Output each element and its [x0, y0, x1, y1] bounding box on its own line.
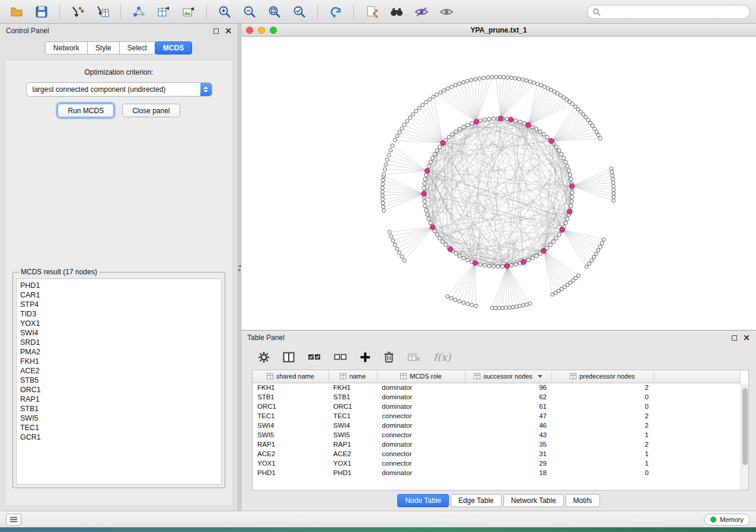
find-button[interactable] — [386, 2, 407, 21]
zoom-out-button[interactable] — [239, 2, 260, 21]
graph-edge[interactable] — [562, 230, 589, 264]
table-cell[interactable]: SWI4 — [328, 421, 377, 430]
graph-node[interactable] — [612, 199, 615, 203]
mcds-result-item[interactable]: ORC1 — [20, 385, 221, 395]
graph-node[interactable] — [514, 262, 518, 266]
graph-node[interactable] — [381, 194, 384, 197]
criterion-dropdown[interactable]: largest connected component (undirected) — [26, 82, 212, 97]
graph-node[interactable] — [506, 76, 509, 79]
table-row[interactable]: ACE2ACE2connector311 — [253, 449, 741, 459]
graph-node[interactable] — [514, 119, 518, 123]
graph-node[interactable] — [497, 306, 501, 310]
export-table-button[interactable] — [153, 2, 174, 21]
graph-node[interactable] — [454, 252, 458, 255]
graph-edge[interactable] — [426, 102, 443, 143]
zoom-fit-button[interactable] — [264, 2, 285, 21]
graph-node[interactable] — [385, 158, 389, 162]
table-settings-button[interactable] — [258, 351, 270, 363]
tab-mcds[interactable]: MCDS — [155, 41, 192, 55]
graph-node[interactable] — [532, 81, 535, 85]
graph-node[interactable] — [564, 161, 567, 164]
graph-node[interactable] — [588, 262, 591, 265]
graph-node[interactable] — [487, 117, 491, 121]
graph-node[interactable] — [383, 168, 387, 171]
graph-node[interactable] — [482, 76, 486, 80]
graph-node[interactable] — [518, 305, 522, 308]
table-row[interactable]: PHD1PHD1dominator180 — [253, 468, 741, 477]
table-cell[interactable]: ORC1 — [328, 402, 377, 411]
mcds-result-item[interactable]: PMA2 — [20, 347, 221, 357]
graph-edge[interactable] — [562, 230, 594, 258]
table-cell[interactable]: 0 — [551, 392, 653, 402]
graph-node[interactable] — [411, 113, 414, 116]
graph-edge[interactable] — [455, 263, 476, 300]
graph-node[interactable] — [594, 252, 598, 255]
graph-node[interactable] — [535, 127, 538, 131]
graph-node[interactable] — [423, 177, 427, 181]
graph-edge[interactable] — [432, 227, 498, 267]
table-cell[interactable]: 2 — [551, 440, 653, 449]
table-cell[interactable]: 1 — [551, 459, 653, 468]
mcds-result-item[interactable]: YOX1 — [20, 319, 221, 328]
graph-node[interactable] — [525, 303, 528, 306]
graph-node[interactable] — [400, 255, 404, 258]
graph-edge[interactable] — [464, 127, 475, 263]
table-cell[interactable]: SWI5 — [253, 430, 328, 440]
graph-node[interactable] — [381, 190, 384, 193]
mcds-result-item[interactable]: GCR1 — [20, 432, 221, 442]
table-cell[interactable]: 2 — [551, 411, 653, 421]
graph-hub-node[interactable] — [521, 259, 526, 264]
graph-node[interactable] — [483, 264, 486, 267]
table-cell[interactable]: FKH1 — [328, 383, 377, 392]
mcds-result-item[interactable]: STP4 — [20, 300, 221, 309]
mcds-result-item[interactable]: PHD1 — [20, 281, 221, 290]
graph-node[interactable] — [486, 76, 490, 79]
graph-node[interactable] — [518, 120, 522, 124]
graph-node[interactable] — [388, 230, 391, 234]
graph-node[interactable] — [450, 85, 454, 88]
graph-edge[interactable] — [393, 146, 428, 171]
graph-node[interactable] — [421, 103, 425, 107]
graph-node[interactable] — [570, 200, 573, 203]
mcds-result-item[interactable]: STB1 — [20, 404, 221, 414]
table-cell[interactable]: RAP1 — [253, 440, 328, 449]
graph-hub-node[interactable] — [509, 117, 513, 122]
graph-node[interactable] — [554, 236, 558, 240]
graph-node[interactable] — [570, 195, 574, 198]
graph-node[interactable] — [492, 117, 495, 120]
graph-node[interactable] — [474, 304, 478, 307]
graph-node[interactable] — [458, 127, 461, 131]
graph-edge[interactable] — [423, 105, 443, 143]
graph-node[interactable] — [381, 201, 385, 205]
table-cell[interactable]: 43 — [465, 430, 551, 440]
tab-network-table[interactable]: Network Table — [503, 494, 564, 507]
graph-edge[interactable] — [382, 191, 424, 194]
graph-node[interactable] — [585, 265, 588, 268]
import-table-button[interactable] — [92, 2, 113, 21]
graph-node[interactable] — [451, 133, 454, 136]
table-cell[interactable]: PHD1 — [328, 468, 377, 477]
tab-style[interactable]: Style — [87, 41, 120, 55]
mcds-result-item[interactable]: RAP1 — [20, 395, 221, 404]
table-cell[interactable]: STB1 — [328, 392, 377, 402]
graph-node[interactable] — [425, 209, 428, 212]
graph-edge[interactable] — [507, 266, 530, 303]
graph-node[interactable] — [423, 204, 427, 207]
graph-node[interactable] — [538, 130, 542, 133]
graph-node[interactable] — [427, 165, 430, 168]
table-cell[interactable]: dominator — [377, 383, 465, 392]
graph-node[interactable] — [423, 200, 426, 203]
graph-node[interactable] — [564, 221, 567, 225]
graph-node[interactable] — [492, 265, 495, 268]
graph-edge[interactable] — [391, 150, 428, 171]
graph-node[interactable] — [602, 238, 605, 241]
select-all-button[interactable] — [308, 352, 321, 362]
graph-node[interactable] — [403, 123, 406, 127]
network-graph[interactable] — [241, 37, 756, 331]
mcds-result-item[interactable]: TID3 — [20, 309, 221, 319]
table-cell[interactable]: 1 — [551, 430, 653, 440]
graph-node[interactable] — [466, 258, 470, 262]
graph-edge[interactable] — [402, 227, 433, 257]
graph-node[interactable] — [566, 165, 569, 168]
table-cell[interactable]: RAP1 — [328, 440, 377, 449]
